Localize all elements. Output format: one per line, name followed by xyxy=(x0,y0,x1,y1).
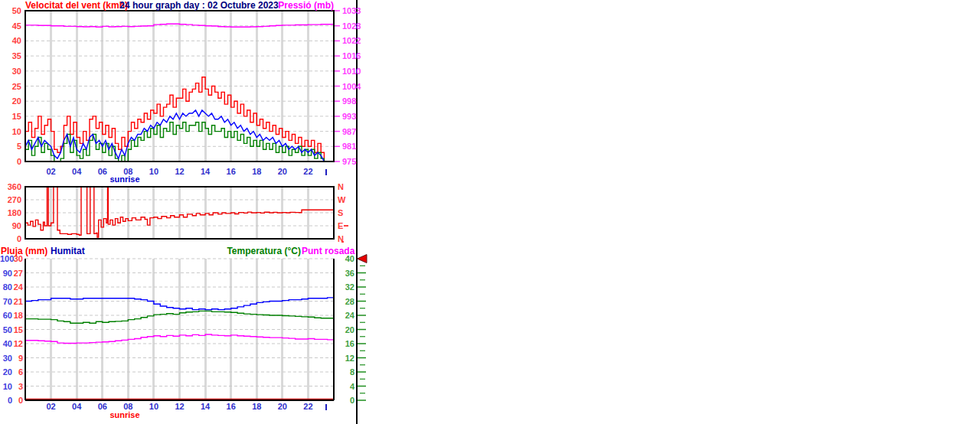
wind-tick-label: 15 xyxy=(0,113,21,121)
compass-tick-label: N xyxy=(338,235,344,243)
rain-tick-label: 30 xyxy=(12,255,23,263)
direction-tick-label: 0 xyxy=(0,235,21,243)
hour-tick-label-top: 14 xyxy=(197,168,214,176)
rain-tick-label: 12 xyxy=(12,340,23,348)
temperature-tick-label: 24 xyxy=(337,311,354,320)
wind-tick-label: 20 xyxy=(0,97,21,106)
temperature-tick-label: 4 xyxy=(337,383,354,391)
hour-tick-label-bottom: 14 xyxy=(197,403,214,411)
hour-tick-label-bottom: 04 xyxy=(68,403,85,411)
temperature-tick-label: 40 xyxy=(337,255,354,263)
wind-tick-label: 45 xyxy=(0,22,21,31)
temperature-tick-label: 8 xyxy=(337,368,354,377)
hour-tick-label-bottom: 06 xyxy=(94,403,111,411)
compass-tick-label: S xyxy=(338,209,343,217)
v-gridline xyxy=(307,11,309,161)
hour-tick-label-top: 04 xyxy=(68,168,85,176)
direction-tick-label: 360 xyxy=(0,183,21,191)
rain-tick-label: 9 xyxy=(12,354,23,363)
rain-tick-label: 18 xyxy=(12,311,23,320)
v-gridline xyxy=(178,11,181,161)
temperature-tick-label: 28 xyxy=(337,298,354,306)
wind-tick-label: 25 xyxy=(0,83,21,91)
humidity-tick-label: 40 xyxy=(0,340,12,348)
pressure-ticks xyxy=(335,11,340,161)
wind-tick-label: 30 xyxy=(0,67,21,76)
weather-24h-graph: Velocitat del vent (kmh) 24 hour graph d… xyxy=(0,0,980,424)
temperature-tick-label: 32 xyxy=(337,283,354,292)
pressure-tick-label: 987 xyxy=(342,128,356,136)
sunrise-label-bottom: sunrise xyxy=(106,411,144,419)
wind-tick-label: 5 xyxy=(0,142,21,151)
humidity-tick-label: 60 xyxy=(0,311,12,320)
hour-tick-label-top: 16 xyxy=(223,168,240,176)
temp-ruler xyxy=(358,255,368,401)
hour-tick-label-bottom: 18 xyxy=(248,403,265,411)
pressure-axis-title: Pressió (mb) xyxy=(257,1,334,10)
direction-tick-label: 180 xyxy=(0,209,21,217)
humidity-tick-label: 0 xyxy=(0,396,12,405)
temperature-tick-label: 16 xyxy=(337,340,354,348)
v-gridline xyxy=(50,187,52,239)
humidity-tick-label: 90 xyxy=(0,269,12,278)
pressure-tick-label: 998 xyxy=(342,97,356,106)
wind-tick-label: 35 xyxy=(0,52,21,60)
humidity-tick-label: 80 xyxy=(0,283,12,292)
wind-tick-label: 0 xyxy=(0,158,21,166)
humidity-tick-label: 30 xyxy=(0,354,12,363)
direction-tick-label: 270 xyxy=(0,196,21,204)
climate-chart xyxy=(25,259,334,400)
wind-tick-label: 40 xyxy=(0,37,21,45)
hour-tick-label-bottom: 20 xyxy=(274,403,291,411)
pressure-tick-label: 981 xyxy=(342,142,356,151)
rain-tick-label: 0 xyxy=(12,396,23,405)
pressure-tick-label: 993 xyxy=(342,113,356,121)
x-axis-end-tick-bottom xyxy=(325,404,327,410)
v-gridline xyxy=(50,11,52,161)
hour-tick-label-bottom: 12 xyxy=(172,403,188,411)
compass-tick-label: W xyxy=(338,196,345,204)
temperature-tick-label: 36 xyxy=(337,269,354,278)
hour-tick-label-top: 12 xyxy=(172,168,188,176)
sunrise-label-top: sunrise xyxy=(106,175,144,184)
pressure-tick-label: 1016 xyxy=(342,52,361,60)
temp-scale-arrow-marker xyxy=(358,255,368,263)
rain-tick-label: 3 xyxy=(12,383,23,391)
humidity-tick-label: 100 xyxy=(0,255,12,263)
hour-tick-label-top: 06 xyxy=(94,168,111,176)
humidity-tick-label: 10 xyxy=(0,383,12,391)
v-gridline xyxy=(178,259,181,400)
pressure-tick-label: 1033 xyxy=(342,7,361,15)
wind-tick-label: 10 xyxy=(0,128,21,136)
rain-tick-label: 15 xyxy=(12,326,23,334)
hour-tick-label-bottom: 22 xyxy=(299,403,316,411)
graph-canvas xyxy=(0,0,980,424)
hour-tick-label-top: 20 xyxy=(274,168,291,176)
humidity-tick-label: 50 xyxy=(0,326,12,334)
rain-tick-label: 27 xyxy=(12,269,23,278)
pressure-tick-label: 1028 xyxy=(342,22,361,31)
temperature-axis-title: Temperatura (°C) xyxy=(214,246,301,256)
temperature-tick-label: 0 xyxy=(337,396,354,405)
hour-tick-label-top: 02 xyxy=(43,168,60,176)
rain-tick-label: 6 xyxy=(12,368,23,377)
hour-tick-label-top: 08 xyxy=(119,168,136,176)
pressure-tick-label: 1022 xyxy=(342,37,361,45)
v-gridline xyxy=(50,259,52,400)
pressure-tick-label: 975 xyxy=(342,158,356,166)
wind-tick-label: 50 xyxy=(0,7,21,15)
compass-tick-label: E xyxy=(338,222,343,230)
rain-tick-label: 24 xyxy=(12,283,23,292)
v-gridline xyxy=(307,187,309,239)
hour-tick-label-bottom: 08 xyxy=(119,403,136,411)
hour-tick-label-top: 18 xyxy=(248,168,265,176)
v-gridline xyxy=(307,259,309,400)
rain-tick-label: 21 xyxy=(12,298,23,306)
v-gridline xyxy=(178,187,181,239)
direction-chart xyxy=(25,187,334,239)
temperature-tick-label: 20 xyxy=(337,326,354,334)
hour-tick-label-top: 10 xyxy=(145,168,162,176)
pressure-tick-label: 1004 xyxy=(342,83,361,91)
direction-current-marker xyxy=(344,225,348,227)
direction-tick-label: 90 xyxy=(0,222,21,230)
